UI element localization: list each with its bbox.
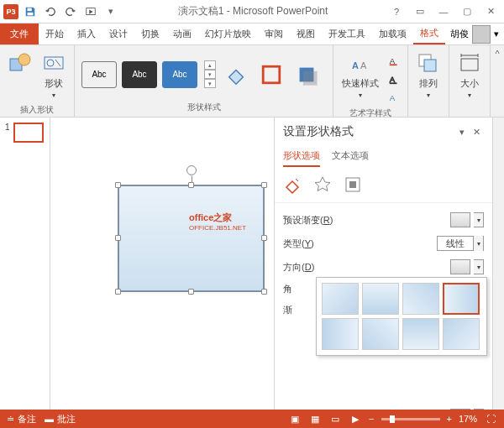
direction-option-5[interactable] [322, 318, 359, 350]
tab-animations[interactable]: 动画 [166, 23, 198, 44]
selected-shape[interactable] [118, 185, 265, 292]
direction-option-8[interactable] [443, 318, 480, 350]
save-icon[interactable] [22, 3, 39, 20]
color-dropdown-icon[interactable]: ▾ [474, 409, 484, 410]
resize-handle-ne[interactable] [261, 182, 267, 188]
text-fill-icon[interactable]: A [386, 52, 402, 69]
shape-effects-button[interactable] [291, 60, 322, 90]
direction-option-2[interactable] [362, 283, 399, 315]
resize-handle-nw[interactable] [115, 182, 121, 188]
tab-transitions[interactable]: 切换 [134, 23, 166, 44]
fit-window-icon[interactable]: ⛶ [484, 413, 497, 425]
zoom-value[interactable]: 17% [459, 414, 477, 424]
size-properties-icon[interactable] [344, 175, 362, 194]
undo-icon[interactable] [42, 3, 59, 20]
direction-option-1[interactable] [322, 283, 359, 315]
group-label-arrange [413, 112, 444, 115]
size-button[interactable]: 大小 ▾ [454, 49, 485, 102]
tab-format[interactable]: 格式 [413, 23, 445, 44]
text-effects-icon[interactable]: A [386, 89, 402, 106]
close-icon[interactable]: ✕ [480, 3, 501, 20]
type-combo[interactable]: 线性▾ [437, 236, 484, 251]
gallery-more-icon[interactable]: ▾ [204, 79, 216, 88]
direction-dropdown-icon[interactable]: ▾ [474, 259, 484, 274]
tab-view[interactable]: 视图 [290, 23, 322, 44]
maximize-icon[interactable]: ▢ [457, 3, 477, 20]
minimize-icon[interactable]: — [433, 3, 454, 20]
ribbon-group-insert-shapes: 形状 ▾ 插入形状 [0, 45, 75, 117]
direction-option-7[interactable] [402, 318, 439, 350]
collapse-ribbon-icon[interactable]: ^ [495, 49, 499, 59]
redo-icon[interactable] [62, 3, 79, 20]
resize-handle-n[interactable] [188, 182, 194, 188]
zoom-out-icon[interactable]: − [369, 414, 374, 424]
chevron-down-icon: ▾ [427, 91, 430, 99]
type-dropdown-icon[interactable]: ▾ [473, 236, 483, 251]
resize-handle-sw[interactable] [115, 289, 121, 295]
zoom-thumb[interactable] [390, 415, 395, 423]
shapes-gallery-icon[interactable] [5, 49, 35, 79]
shape-style-2[interactable]: Abc [122, 61, 157, 88]
pane-title: 设置形状格式 [283, 124, 354, 139]
direction-option-3[interactable] [402, 283, 439, 315]
fill-line-icon[interactable] [283, 175, 302, 194]
shape-style-1[interactable]: Abc [81, 61, 117, 88]
resize-handle-e[interactable] [261, 235, 267, 241]
direction-option-4[interactable] [443, 283, 480, 315]
tab-slideshow[interactable]: 幻灯片放映 [198, 23, 258, 44]
direction-option-6[interactable] [362, 318, 399, 350]
ribbon: 形状 ▾ 插入形状 Abc Abc Abc ▴ ▾ ▾ 形状样式 AA 快速样式 [0, 45, 504, 117]
qat-customize-icon[interactable]: ▾ [102, 3, 119, 20]
shape-outline-button[interactable] [256, 60, 286, 90]
vertical-scrollbar[interactable] [492, 117, 504, 410]
app-icon[interactable]: P3 [3, 4, 18, 19]
resize-handle-w[interactable] [115, 235, 121, 241]
zoom-slider[interactable] [381, 418, 440, 420]
preset-dropdown-icon[interactable]: ▾ [474, 212, 484, 227]
gallery-down-icon[interactable]: ▾ [204, 70, 216, 79]
quick-styles-button[interactable]: AA 快速样式 ▾ [339, 49, 382, 102]
arrange-button[interactable]: 排列 ▾ [413, 49, 444, 102]
gallery-up-icon[interactable]: ▴ [204, 60, 216, 70]
tab-home[interactable]: 开始 [39, 23, 71, 44]
pane-close-icon[interactable]: ✕ [470, 127, 484, 138]
effects-icon[interactable] [313, 175, 332, 194]
tab-design[interactable]: 设计 [102, 23, 134, 44]
preset-swatch[interactable] [450, 212, 470, 227]
direction-swatch[interactable] [450, 259, 470, 274]
rotate-handle[interactable] [186, 165, 197, 175]
zoom-in-icon[interactable]: + [447, 414, 452, 424]
slide-canvas[interactable]: office之家 OFFICE.JB51.NET [50, 117, 274, 410]
tab-insert[interactable]: 插入 [71, 23, 102, 44]
normal-view-icon[interactable]: ▣ [288, 413, 302, 425]
color-swatch[interactable] [450, 409, 470, 410]
reading-view-icon[interactable]: ▭ [328, 413, 342, 425]
pane-body: 预设渐变(R) ▾ 类型(Y) 线性▾ 方向(D) ▾ 角 渐 [275, 203, 492, 410]
pane-options-icon[interactable]: ▾ [459, 127, 465, 138]
resize-handle-se[interactable] [261, 289, 267, 295]
window-controls: ? ▭ — ▢ ✕ [386, 3, 504, 20]
tab-text-options[interactable]: 文本选项 [332, 146, 369, 167]
help-icon[interactable]: ? [386, 3, 407, 20]
resize-handle-s[interactable] [188, 289, 194, 295]
tab-developer[interactable]: 开发工具 [322, 23, 372, 44]
tab-shape-options[interactable]: 形状选项 [283, 146, 320, 167]
text-outline-icon[interactable]: A [386, 70, 402, 87]
tab-review[interactable]: 审阅 [258, 23, 290, 44]
comments-button[interactable]: ▬批注 [45, 413, 76, 425]
slideshow-view-icon[interactable]: ▶ [349, 413, 362, 425]
avatar[interactable] [472, 25, 491, 44]
tab-addins[interactable]: 加载项 [372, 23, 413, 44]
start-from-beginning-icon[interactable] [82, 3, 99, 20]
user-area[interactable]: 胡俊 ▾ [450, 23, 504, 44]
file-tab[interactable]: 文件 [0, 23, 39, 44]
user-dropdown-icon[interactable]: ▾ [494, 29, 499, 39]
svg-rect-7 [263, 66, 280, 83]
shapes-button[interactable]: 形状 ▾ [39, 49, 69, 102]
notes-button[interactable]: ≐备注 [7, 413, 36, 425]
shape-fill-button[interactable] [221, 60, 251, 90]
thumbnail-1[interactable]: 1 [5, 123, 45, 143]
ribbon-options-icon[interactable]: ▭ [410, 3, 430, 20]
sorter-view-icon[interactable]: ▦ [308, 413, 322, 425]
shape-style-3[interactable]: Abc [162, 61, 197, 88]
